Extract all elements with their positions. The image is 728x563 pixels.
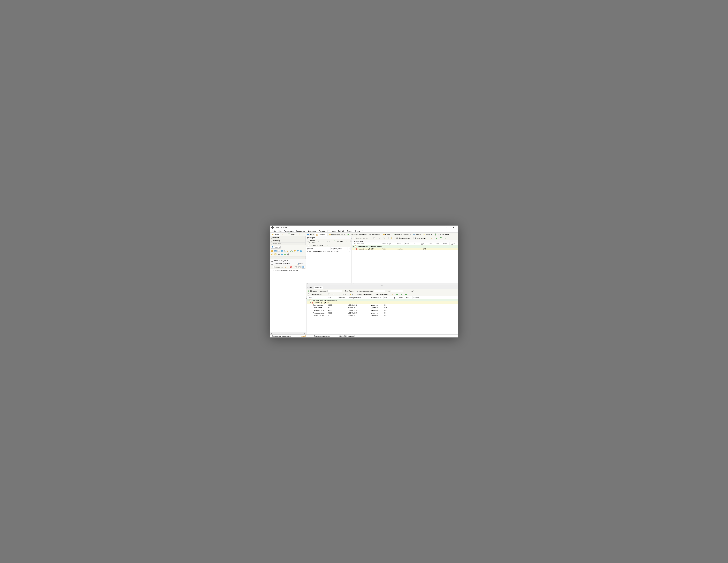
expander-icon[interactable]: ⊟ — [310, 301, 311, 303]
maximize-button[interactable]: ☐ — [444, 226, 450, 229]
res-col-mgr[interactable]: Менед... — [405, 296, 413, 299]
filter-button[interactable]: Фильтр — [287, 233, 297, 236]
res-col-type[interactable]: Тип — [327, 296, 337, 299]
combo-all-groups[interactable]: ( Все группы ) — [270, 236, 306, 239]
create-resource-button[interactable]: Создать ресурс... — [307, 293, 325, 296]
sg-col-class[interactable]: Класс услуг — [381, 243, 396, 245]
sg-filter[interactable] — [439, 237, 443, 240]
gear-icon[interactable] — [271, 253, 273, 256]
res-money[interactable] — [404, 293, 408, 296]
delete-resource-button[interactable] — [342, 293, 347, 296]
sg-money[interactable] — [443, 237, 447, 240]
table-row[interactable]: Счетчик водыЖКХс 01.08.2013ДоступенНет — [307, 304, 458, 306]
date-from-drop[interactable]: ⌄ — [386, 290, 388, 292]
contracts-scroll[interactable]: ◄► — [306, 283, 351, 285]
sg-col-scheme2[interactable]: Схема ... — [427, 243, 435, 245]
status-db[interactable]: demo2 — [299, 335, 308, 337]
menu-radius[interactable]: RADIUS — [337, 230, 346, 232]
menu-import[interactable]: Импорт — [346, 230, 353, 232]
minimize-button[interactable]: — — [437, 226, 444, 229]
tab-prints[interactable]: Распечатки — [368, 233, 381, 236]
date-to-input[interactable]: . . — [391, 289, 403, 292]
delete-client-button[interactable] — [289, 266, 293, 269]
sg-scroll[interactable]: ◄► — [352, 283, 458, 285]
res-handle[interactable]: ◂ — [306, 296, 307, 334]
sg-edit2[interactable] — [430, 237, 434, 240]
printer-icon[interactable] — [287, 253, 289, 256]
search-button[interactable]: Поиск — [271, 246, 281, 249]
name-input[interactable] — [327, 289, 342, 292]
type-dropdown[interactable]: ⌄ — [354, 290, 356, 292]
col-contract[interactable]: Договор — [306, 247, 331, 250]
tab-files[interactable]: Файлы — [381, 233, 392, 236]
groups-button[interactable]: Группы — [271, 233, 280, 236]
edit-resource-button[interactable] — [337, 293, 341, 296]
menu-view[interactable]: Вид — [277, 230, 283, 232]
res-filter[interactable] — [400, 293, 403, 296]
res-col-state[interactable]: Состояние ресурса — [370, 296, 384, 299]
tag-icon[interactable] — [297, 250, 299, 252]
lock-resource[interactable] — [349, 293, 354, 296]
sg-check[interactable] — [435, 237, 438, 240]
vsplit-handle[interactable]: ▸ — [351, 237, 352, 285]
refresh-contracts-button[interactable]: Обновить — [333, 240, 344, 243]
toggle-1[interactable] — [294, 266, 297, 269]
tab-notes[interactable]: Заметки — [422, 233, 433, 236]
copy-icon[interactable] — [284, 250, 286, 252]
search-combo[interactable] — [270, 256, 306, 259]
delete-group-button[interactable] — [382, 237, 388, 240]
tree-icon[interactable] — [287, 250, 289, 252]
toggle-2[interactable] — [298, 266, 301, 269]
sg-tree-child[interactable]: Невский пр., д.1, 123 ЖКХ ( люба... 0.00 — [352, 248, 458, 250]
all2-dropdown[interactable]: ⌄ — [415, 290, 416, 292]
res-tree-root[interactable]: ⊟ Ответственный квартиросъемщик — [307, 299, 458, 301]
money-icon[interactable] — [284, 253, 286, 256]
window-icon[interactable] — [278, 250, 280, 252]
sg-tree-root[interactable]: ⊟ Ответственный квартиросъемщик — [352, 245, 458, 248]
tab-contracts[interactable]: Договоры — [315, 233, 327, 236]
user-plus-button[interactable] — [303, 233, 306, 236]
menu-pin[interactable]: PIN - карты — [326, 230, 337, 232]
expander-icon[interactable]: ⊟ — [308, 299, 309, 301]
edit-contract-button[interactable] — [321, 240, 325, 243]
apply-button[interactable] — [326, 244, 329, 247]
resources-view-button[interactable]: В виде дерева — [375, 293, 389, 295]
res-col-res[interactable]: Зарезе... — [398, 296, 405, 299]
menu-res[interactable]: Ресурсы — [318, 230, 326, 232]
close-button[interactable]: ✕ — [450, 226, 457, 229]
h-splitter[interactable] — [306, 285, 458, 286]
dup-group-button[interactable] — [372, 237, 376, 240]
sg-view-button[interactable]: В виде дерева — [414, 237, 429, 239]
db-icon[interactable] — [281, 250, 283, 252]
star-icon[interactable] — [294, 250, 296, 252]
sg-col-scheme[interactable]: Схема ... — [396, 243, 404, 245]
res-col-name[interactable]: Назва... — [307, 296, 327, 299]
contracts-more-button[interactable]: Дополнительно — [307, 244, 324, 247]
date-to-drop[interactable]: ⌄ — [404, 290, 405, 292]
table-row[interactable]: Счетчик водыЖКХс 01.08.2013ДоступенНет — [307, 306, 458, 309]
tab-balance[interactable]: Балансовые счета — [327, 233, 346, 236]
menu-file[interactable]: Файл — [271, 230, 277, 232]
table-row[interactable]: Счетчик электроэне...ЖКХс 01.08.2013Дост… — [307, 309, 458, 311]
tab-resources[interactable]: Ресурсы — [314, 286, 323, 289]
chk-keep-result[interactable] — [271, 263, 273, 265]
book-icon[interactable] — [300, 250, 302, 252]
find-button[interactable]: Найти — [296, 262, 305, 265]
chk-search-in-found[interactable] — [271, 260, 273, 262]
tab-payments[interactable]: Платежные документы — [346, 233, 368, 236]
sg-col-addr[interactable]: Адрес — [450, 243, 458, 245]
copy-resource[interactable] — [327, 293, 331, 296]
box-icon[interactable] — [281, 253, 283, 256]
resources-more-button[interactable]: Дополнительно — [356, 293, 373, 296]
res-col-web[interactable]: Есть Web-... — [384, 296, 392, 299]
res-col-period[interactable]: Период действия — [347, 296, 370, 299]
extra-1[interactable] — [345, 240, 348, 243]
table-row[interactable]: Количество прожив...ЖКХс 01.08.2013Досту… — [307, 314, 458, 317]
toggle-3[interactable] — [302, 266, 305, 269]
sg-col-name[interactable]: Наименование — [352, 243, 381, 245]
sg-more-button[interactable]: Дополнительно — [395, 237, 412, 240]
name-dropdown[interactable]: ⌄ — [343, 290, 344, 292]
tab-requests[interactable]: Заявки — [412, 233, 422, 236]
left-scroll-x[interactable]: ◄► — [270, 332, 306, 334]
create-group-button[interactable]: Создать групп... — [353, 237, 370, 240]
